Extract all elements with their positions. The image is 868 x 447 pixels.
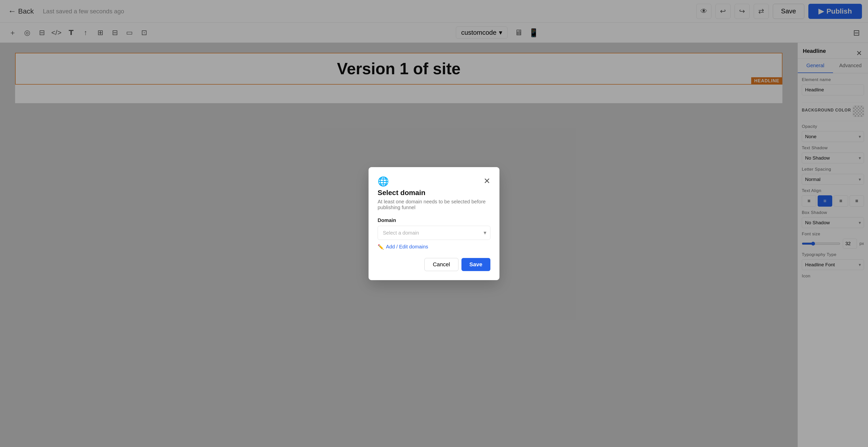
modal-title: Select domain — [378, 189, 490, 197]
modal-cancel-button[interactable]: Cancel — [425, 258, 458, 271]
domain-select-input[interactable]: Select a domain — [378, 226, 490, 240]
modal-subtitle: At least one domain needs to be selected… — [378, 199, 490, 211]
modal-overlay[interactable]: 🌐 ✕ Select domain At least one domain ne… — [0, 0, 868, 447]
domain-select-wrapper: Select a domain ▾ — [378, 226, 490, 240]
globe-icon: 🌐 — [378, 176, 389, 187]
modal-save-button[interactable]: Save — [461, 258, 490, 271]
domain-field-label: Domain — [378, 218, 490, 223]
edit-icon: ✏️ — [378, 244, 384, 250]
modal-close-button[interactable]: ✕ — [484, 176, 490, 186]
add-edit-label: Add / Edit domains — [386, 244, 428, 250]
select-domain-modal: 🌐 ✕ Select domain At least one domain ne… — [369, 167, 499, 280]
modal-header: 🌐 ✕ — [378, 176, 490, 187]
modal-footer: Cancel Save — [378, 258, 490, 271]
add-edit-domains-link[interactable]: ✏️ Add / Edit domains — [378, 244, 490, 250]
